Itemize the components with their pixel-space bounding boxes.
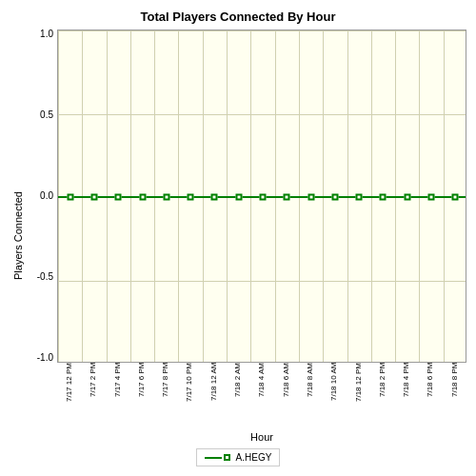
x-axis-title: Hour (57, 431, 466, 443)
x-tick-label: 7/18 8 AM (298, 363, 322, 429)
data-point (139, 194, 146, 201)
x-tick-label: 7/18 6 AM (274, 363, 298, 429)
y-tick-label: -0.5 (37, 272, 53, 282)
data-point (115, 194, 122, 201)
y-tick-label: 0.0 (40, 191, 53, 201)
data-point (284, 194, 290, 201)
data-point (163, 194, 169, 201)
data-point (428, 194, 435, 201)
y-tick-label: -1.0 (37, 353, 53, 363)
x-tick-label: 7/17 10 PM (177, 363, 201, 429)
plot-area-wrapper: 1.00.50.0-0.5-1.0 (29, 30, 466, 363)
x-tick-label: 7/18 12 AM (202, 363, 226, 429)
legend-square-icon (224, 454, 230, 461)
grid-horizontal-line (58, 30, 466, 31)
y-ticks: 1.00.50.0-0.5-1.0 (29, 30, 57, 363)
data-point (90, 194, 97, 201)
x-tick-label: 7/17 6 PM (129, 363, 153, 429)
x-tick-label: 7/18 4 AM (249, 363, 273, 429)
data-point (211, 194, 218, 201)
legend-icon (205, 454, 230, 461)
x-tick-label: 7/18 10 AM (322, 363, 346, 429)
data-point (356, 194, 363, 201)
data-point (67, 194, 73, 201)
x-tick-label: 7/18 12 PM (347, 363, 370, 429)
y-axis-label: Players Connected (10, 30, 27, 443)
legend: A.HEGY (196, 448, 281, 466)
chart-title: Total Players Connected By Hour (141, 10, 336, 24)
x-tick-label: 7/18 4 PM (394, 363, 418, 429)
grid-horizontal-line (58, 281, 466, 282)
data-point (404, 194, 410, 201)
chart-inner: 1.00.50.0-0.5-1.0 7/17 12 PM7/17 2 PM7/1… (29, 30, 466, 443)
data-point (331, 194, 338, 201)
grid-horizontal-line (58, 114, 466, 115)
x-tick-label: 7/17 12 PM (57, 363, 81, 429)
x-tick-label: 7/17 2 PM (81, 363, 105, 429)
chart-container: Total Players Connected By Hour Players … (0, 0, 476, 476)
x-tick-label: 7/17 8 PM (153, 363, 177, 429)
plot-area (57, 30, 466, 363)
data-point (235, 194, 242, 201)
x-tick-label: 7/18 6 PM (418, 363, 442, 429)
x-tick-label: 7/18 8 PM (443, 363, 466, 429)
data-point (380, 194, 387, 201)
legend-line-icon (205, 457, 222, 459)
x-axis-labels: 7/17 12 PM7/17 2 PM7/17 4 PM7/17 6 PM7/1… (57, 363, 466, 429)
data-point (260, 194, 267, 201)
y-tick-label: 0.5 (40, 110, 53, 120)
x-tick-label: 7/18 2 AM (226, 363, 249, 429)
y-tick-label: 1.0 (40, 30, 53, 39)
data-point (188, 194, 194, 201)
data-point (452, 194, 459, 201)
legend-label: A.HEGY (236, 452, 272, 463)
x-tick-label: 7/17 4 PM (106, 363, 129, 429)
data-point (307, 194, 314, 201)
x-tick-label: 7/18 2 PM (370, 363, 394, 429)
chart-body: Players Connected 1.00.50.0-0.5-1.0 7/17… (10, 30, 466, 443)
